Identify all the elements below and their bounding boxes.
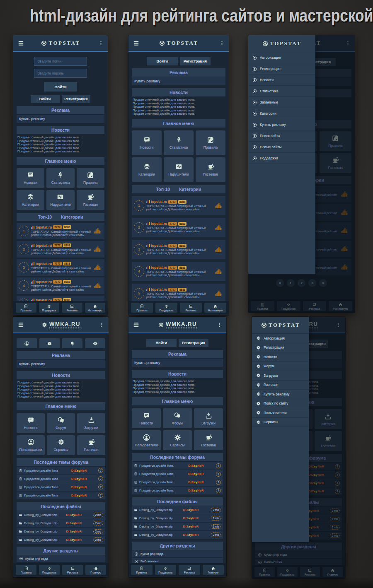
iconbar-button[interactable] [17,338,37,348]
bottom-nav-button[interactable]: Правила [16,303,36,313]
site-row[interactable]: 2 topstat.ru 7777 8888 TOPSTAT.RU - Самы… [17,241,104,258]
forum-topic-row[interactable]: Продаётся дизайн Топа DiZayNeR 7 [17,475,105,483]
forum-topic-row[interactable]: Продаётся дизайн Топа DiZayNeR 7 [17,483,105,491]
drawer-item[interactable]: Авторизация [248,52,315,63]
drawer-item[interactable]: Гостевая [252,381,309,390]
bottom-nav-button[interactable]: Поддержка [39,565,60,575]
menu-tile[interactable]: Правила [77,168,104,188]
drawer-item[interactable]: Категории [248,108,315,119]
drawer-item[interactable]: Поддержка [248,153,315,164]
file-row[interactable]: Desing_by_Dizayner.zip DiZayNeR 2 mb [132,522,223,530]
site-row[interactable]: 1 topstat.ru 7777 8888 TOPSTAT.RU - Самы… [17,223,104,239]
password-input[interactable] [34,69,87,78]
register-button[interactable]: Регистрация [62,95,91,103]
topic-author[interactable]: DiZayNeR [188,489,214,492]
menu-tile[interactable]: Гостевая [77,190,104,210]
iconbar-button[interactable] [62,338,82,348]
file-row[interactable]: Desing_by_Dizayner.zip DiZayNeR 2 mb [17,535,105,544]
file-author[interactable]: DiZayNeR [66,538,91,542]
site-link[interactable]: topstat.ru [151,287,167,292]
site-row[interactable]: 5 topstat.ru 7777 8888 TOPSTAT.RU - Самы… [132,284,225,303]
forum-topic-row[interactable]: Продаётся дизайн Топа DiZayNeR 7 [132,470,223,478]
drawer-item[interactable]: Купить рекламу [248,119,315,130]
menu-tile[interactable]: Загрузки [77,413,105,433]
site-row[interactable]: 2 topstat.ru 7777 8888 TOPSTAT.RU - Самы… [132,218,225,237]
bottom-nav-button[interactable]: Правила [131,303,153,313]
bottom-nav-button[interactable]: Правила [16,565,36,575]
tab-top10[interactable]: Топ-10 [156,187,170,192]
hamburger-menu-icon[interactable] [133,40,140,47]
bottom-nav-button[interactable]: Реклама [180,303,202,313]
bottom-nav-button[interactable]: Реклама [62,303,82,313]
menu-tile[interactable]: Гостевая [194,430,223,450]
forum-topic-row[interactable]: Продаётся дизайн Топа DiZayNeR 7 [132,478,223,486]
buy-ads-link[interactable]: Купить рекламу [17,114,104,123]
topic-author[interactable]: DiZayNeR [71,469,97,472]
site-link[interactable]: topstat.ru [151,200,167,204]
bottom-nav-button[interactable]: Главную [85,565,106,575]
menu-tile[interactable]: Пользователи [132,430,161,450]
site-row[interactable]: 4 topstat.ru 7777 8888 TOPSTAT.RU - Самы… [17,277,104,294]
site-row[interactable]: 4 topstat.ru 7777 8888 TOPSTAT.RU - Самы… [132,262,225,281]
drawer-item[interactable]: Поиск по сайту [252,399,309,409]
menu-tile[interactable]: Новости [17,413,45,433]
hamburger-menu-icon[interactable] [17,321,24,328]
topic-title[interactable]: Продаётся дизайн Топа [24,485,70,489]
file-name[interactable]: Desing_by_Dizayner.zip [24,513,64,517]
menu-tile[interactable]: Правила [196,130,225,155]
bottom-nav-button[interactable]: Поддержка [155,303,177,313]
menu-tile[interactable]: Новости [17,168,44,188]
menu-tile[interactable]: Пользователи [17,435,45,455]
site-link[interactable]: topstat.ru [36,262,52,266]
drawer-item[interactable]: Поиск сайта [248,130,315,142]
topic-title[interactable]: Продаётся дизайн Топа [139,472,186,476]
file-name[interactable]: Desing_by_Dizayner.zip [24,521,64,525]
file-name[interactable]: Desing_by_Dizayner.zip [24,538,64,542]
file-row[interactable]: Desing_by_Dizayner.zip DiZayNeR 2 mb [132,514,223,522]
topic-title[interactable]: Продаётся дизайн Топа [24,469,70,472]
topic-author[interactable]: DiZayNeR [188,464,214,468]
file-row[interactable]: Desing_by_Dizayner.zip DiZayNeR 2 mb [132,530,223,539]
tab-categories[interactable]: Категории [61,214,83,219]
file-author[interactable]: DiZayNeR [183,533,209,537]
login-button[interactable]: Войти [146,339,177,347]
drawer-item[interactable]: Форум [252,362,309,371]
file-row[interactable]: Desing_by_Dizayner.zip DiZayNeR 2 mb [17,519,105,527]
hamburger-menu-icon[interactable] [133,321,140,328]
iconbar-button[interactable] [85,338,105,348]
site-link[interactable]: topstat.ru [36,243,52,248]
menu-tile[interactable]: Категории [17,190,44,210]
file-name[interactable]: Desing_by_Dizayner.zip [139,516,182,520]
topic-author[interactable]: DiZayNeR [71,477,97,481]
kebab-menu-icon[interactable] [219,41,225,46]
file-row[interactable]: Desing_by_Dizayner.zip DiZayNeR 2 mb [132,506,223,514]
file-author[interactable]: DiZayNeR [183,516,209,520]
menu-tile[interactable]: Гостевая [196,157,225,182]
login-submit-button[interactable]: Войти [44,82,78,92]
drawer-item[interactable]: Регистрация [248,63,315,75]
forum-topic-row[interactable]: Продаётся дизайн Топа DiZayNeR 7 [132,486,223,494]
register-button[interactable]: Регистрация [179,339,209,347]
other-section-row[interactable]: Куски php кода [132,550,223,557]
tab-categories[interactable]: Категории [179,187,201,192]
topic-title[interactable]: Продаётся дизайн Топа [139,489,186,492]
bottom-nav-button[interactable]: Реклама [179,565,200,575]
forum-topic-row[interactable]: Продаётся дизайн Топа DiZayNeR 7 [132,461,223,470]
hamburger-menu-icon[interactable] [17,40,24,47]
kebab-menu-icon[interactable] [217,322,222,328]
drawer-item[interactable]: Статистика [248,86,315,97]
bottom-nav-button[interactable]: Правила [131,565,153,575]
bottom-nav-button[interactable]: На главную [85,303,106,313]
site-row[interactable]: 3 topstat.ru 7777 8888 TOPSTAT.RU - Самы… [17,259,104,276]
menu-tile[interactable]: Сервисы [163,430,192,450]
tab-top10[interactable]: Топ-10 [38,214,52,219]
menu-tile[interactable]: Категории [132,157,162,182]
menu-tile[interactable]: Нарушители [46,190,74,210]
bottom-nav-button[interactable]: Реклама [62,565,83,575]
file-name[interactable]: Desing_by_Dizayner.zip [139,525,182,528]
site-row[interactable]: 3 topstat.ru 7777 8888 TOPSTAT.RU - Самы… [132,240,225,259]
bottom-nav-button[interactable]: Главную [203,565,224,575]
register-button[interactable]: Регистрация [180,57,211,65]
topic-title[interactable]: Продаётся дизайн Топа [24,494,70,497]
file-name[interactable]: Desing_by_Dizayner.zip [24,530,64,533]
